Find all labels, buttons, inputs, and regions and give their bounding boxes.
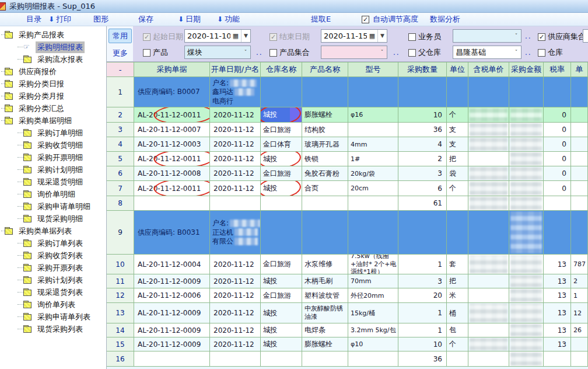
checkbox-unchecked-icon[interactable] <box>143 49 150 57</box>
empty-cell[interactable] <box>468 211 509 255</box>
row-number-cell[interactable]: 6 <box>107 166 134 181</box>
cut-off-select[interactable] <box>583 29 588 43</box>
row-number-cell[interactable]: 13 <box>107 303 134 323</box>
calendar-icon[interactable]: ▦ <box>367 32 377 40</box>
unit-cell[interactable]: 个 <box>447 181 468 196</box>
customer-name-cell[interactable]: 户名:正达机有限公 <box>210 211 261 255</box>
amount-cell[interactable] <box>509 337 544 351</box>
doc-number-cell[interactable]: AL-20-11-12-0009 <box>134 274 210 288</box>
subtotal-model-cell[interactable] <box>348 351 398 367</box>
empty-cell[interactable] <box>261 211 302 255</box>
unit-cell[interactable]: 把 <box>447 274 468 288</box>
checkbox-unchecked-icon[interactable] <box>408 33 416 41</box>
row-number-cell[interactable]: 8 <box>107 196 134 211</box>
subtotal-last-cell[interactable] <box>571 196 588 211</box>
warehouse-cell[interactable]: 城投 <box>261 181 302 196</box>
tax-rate-cell[interactable]: 0 <box>544 166 571 181</box>
qty-cell[interactable]: 1 <box>398 255 447 274</box>
doc-number-cell[interactable]: AL-20-11-12-0007 <box>134 123 210 137</box>
sidebar-item[interactable]: 供应商报价 <box>0 65 106 78</box>
amount-cell[interactable] <box>509 288 544 303</box>
unit-price-cell[interactable]: 26 <box>571 323 588 337</box>
warehouse-cell[interactable]: 城投 <box>261 337 302 351</box>
sidebar-item[interactable]: 采购申请单明细 <box>0 200 106 213</box>
unit-price-cell[interactable]: 1 <box>571 288 588 303</box>
order-date-cell[interactable]: 2020-11-12 <box>210 107 261 123</box>
model-cell[interactable]: 20kg/袋 <box>348 166 398 181</box>
doc-number-cell[interactable]: AL-20-11-12-0008 <box>134 166 210 181</box>
subtotal-date-cell[interactable] <box>210 196 261 211</box>
product-name-cell[interactable]: 水泵维修 <box>302 255 348 274</box>
price-cell[interactable] <box>468 337 509 351</box>
unit-cell[interactable]: 把 <box>447 152 468 166</box>
row-number-cell[interactable]: 4 <box>107 137 134 152</box>
sidebar-item[interactable]: 采购订单明细 <box>0 127 106 139</box>
row-number-cell[interactable]: 10 <box>107 255 134 274</box>
subtotal-last-cell[interactable] <box>571 351 588 367</box>
empty-cell[interactable] <box>509 211 544 255</box>
model-cell[interactable]: 15kg/桶 <box>348 303 398 323</box>
sidebar-item[interactable]: 现采退货列表 <box>0 286 106 298</box>
calendar-icon[interactable]: ▦ <box>230 32 241 40</box>
start-date-checkbox[interactable]: ✓ 起始日期 <box>143 32 183 42</box>
unit-price-cell[interactable] <box>571 152 588 166</box>
warehouse-cell[interactable]: 城投 <box>261 274 302 288</box>
menu-item-3[interactable]: 图形 <box>93 14 108 25</box>
amount-cell[interactable] <box>509 107 544 123</box>
sidebar-item[interactable]: 询价单列表 <box>0 298 106 311</box>
row-number-cell[interactable]: 16 <box>107 351 134 367</box>
sidebar-item-selected[interactable]: ☞采购明细报表 <box>0 41 106 53</box>
empty-cell[interactable] <box>447 211 468 255</box>
product-name-cell[interactable]: 膨胀螺栓 <box>302 337 348 351</box>
subtotal-warehouse-cell[interactable] <box>261 196 302 211</box>
qty-cell[interactable]: 3 <box>398 166 447 181</box>
doc-number-cell[interactable]: AL-20-11-12-0009 <box>134 323 210 337</box>
product-name-cell[interactable]: 电焊条 <box>302 323 348 337</box>
qty-cell[interactable]: 20 <box>398 288 447 303</box>
sidebar-item[interactable]: 采购收货明细 <box>0 139 106 151</box>
order-date-cell[interactable]: 2020-11-12 <box>210 152 261 166</box>
amount-cell[interactable] <box>509 137 544 152</box>
unit-price-cell[interactable] <box>571 181 588 196</box>
tax-rate-cell[interactable]: 0 <box>544 123 571 137</box>
order-date-cell[interactable]: 2020-11-12 <box>210 288 261 303</box>
subtotal-doc-cell[interactable] <box>134 351 210 367</box>
order-date-cell[interactable]: 2020-11-12 <box>210 137 261 152</box>
empty-cell[interactable] <box>571 77 588 107</box>
amount-cell[interactable] <box>509 123 544 137</box>
sidebar-item[interactable]: 采购分类日报 <box>0 78 106 90</box>
tax-rate-cell[interactable]: 0 <box>544 137 571 152</box>
checkbox-unchecked-icon[interactable] <box>408 49 416 57</box>
column-header-11[interactable]: 税率 <box>544 62 571 77</box>
empty-cell[interactable] <box>261 77 302 107</box>
doc-number-cell[interactable]: AL-20-11-12-0004 <box>134 255 210 274</box>
column-header-7[interactable]: 采购数量 <box>398 62 447 77</box>
product-name-cell[interactable]: 免胶石膏粉 <box>302 166 348 181</box>
unit-cell[interactable]: 个 <box>447 107 468 123</box>
qty-cell[interactable]: 1 <box>398 303 447 323</box>
checkbox-checked-icon[interactable]: ✓ <box>362 16 369 23</box>
subtotal-price-cell[interactable] <box>468 351 509 367</box>
subtotal-unit-cell[interactable] <box>447 196 468 211</box>
sidebar-item[interactable]: 采购开票明细 <box>0 151 106 163</box>
product-name-cell[interactable]: 塑料波纹管 <box>302 288 348 303</box>
price-cell[interactable] <box>468 255 509 274</box>
doc-number-cell[interactable]: AL-20-11-12-0011 <box>134 152 210 166</box>
qty-cell[interactable]: 3 <box>398 274 447 288</box>
unit-cell[interactable]: 米 <box>447 288 468 303</box>
sidebar-item[interactable]: 采购开票列表 <box>0 262 106 274</box>
subtotal-model-cell[interactable] <box>348 196 398 211</box>
tax-rate-cell[interactable]: 13 <box>544 255 571 274</box>
end-date-input[interactable]: 2020-11-15 ▦ ▼ <box>321 29 387 43</box>
dropdown-arrow-icon[interactable]: ˅ <box>377 46 387 58</box>
checkbox-unchecked-icon[interactable] <box>270 49 277 57</box>
product-browse-button[interactable]: .. <box>256 48 263 57</box>
warehouse-cell[interactable]: 金口体育 <box>261 137 302 152</box>
row-number-cell[interactable]: 2 <box>107 107 134 123</box>
column-header-8[interactable]: 单位 <box>447 62 468 77</box>
column-header-10[interactable]: 采购金额 <box>509 62 544 77</box>
product-name-cell[interactable]: 铁锁 <box>302 152 348 166</box>
unit-price-cell[interactable]: 787 <box>571 255 588 274</box>
start-date-input[interactable]: 2020-11-10 ▦ ▼ <box>184 29 251 43</box>
salesman-checkbox[interactable]: 业务员 <box>408 32 441 42</box>
